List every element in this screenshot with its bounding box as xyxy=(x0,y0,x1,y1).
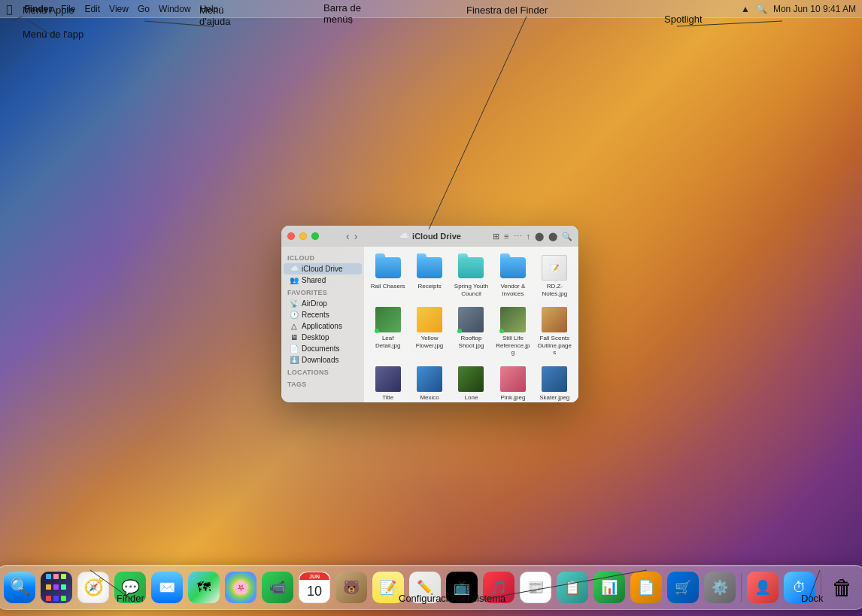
list-view-icon[interactable]: ≡ xyxy=(504,232,508,241)
dock-item-system-settings[interactable]: ⚙️ xyxy=(703,570,737,605)
window-menu[interactable]: Window xyxy=(159,4,191,14)
documents-icon: 📄 xyxy=(290,344,299,353)
view-icon[interactable]: ⊞ xyxy=(493,232,499,241)
dock-item-launchpad[interactable] xyxy=(39,570,74,605)
dock-item-calendar[interactable]: JUN 10 xyxy=(297,570,332,605)
list-item[interactable]: Rooftop Shoot.jpg xyxy=(452,303,490,360)
dock-item-safari[interactable]: 🧭 xyxy=(76,570,111,605)
sidebar-item-airdrop[interactable]: 📡 AirDrop xyxy=(284,298,362,309)
spotlight-line xyxy=(677,21,782,26)
finder-menu[interactable]: Finder xyxy=(24,4,52,14)
desktop:  Finder File Edit View Go Window Help ▲… xyxy=(0,0,862,616)
applications-label: Applications xyxy=(302,322,342,330)
menu-help-line xyxy=(144,21,211,26)
list-item[interactable]: Mexico City.jpeg xyxy=(410,363,448,402)
more-icon[interactable]: ⬤ xyxy=(548,232,557,241)
dock-item-maps[interactable]: 🗺 xyxy=(187,570,221,605)
help-menu[interactable]: Help xyxy=(200,4,219,14)
clock: Mon Jun 10 9:41 AM xyxy=(773,4,856,14)
list-item[interactable]: Spring Youth Council xyxy=(452,251,490,300)
applications-icon: △ xyxy=(290,322,299,330)
finder-sidebar: iCloud ☁️ iCloud Drive 👥 Shared Favorite… xyxy=(281,247,364,402)
dock-separator-2 xyxy=(821,573,821,602)
sidebar-item-applications[interactable]: △ Applications xyxy=(284,320,362,332)
list-item[interactable]: Fall Scents Outline.pages xyxy=(536,303,574,360)
dock-item-screentime[interactable]: ⏱ xyxy=(782,570,817,605)
list-item[interactable]: Yellow Flower.jpg xyxy=(410,303,448,360)
go-menu[interactable]: Go xyxy=(138,4,150,14)
close-button[interactable] xyxy=(287,232,295,240)
dock-separator xyxy=(741,573,742,602)
dock-item-cardhop[interactable]: 👤 xyxy=(745,570,780,605)
dock-container: 🔍 🧭 xyxy=(0,565,862,610)
list-item[interactable]: Vendor & Invoices xyxy=(493,251,532,300)
sidebar-item-downloads[interactable]: ⬇️ Downloads xyxy=(284,354,362,366)
list-item[interactable]: Skater.jpeg xyxy=(536,363,574,402)
action-icon[interactable]: ⋯ xyxy=(514,232,522,241)
sidebar-item-desktop[interactable]: 🖥 Desktop xyxy=(284,332,362,343)
finder-window-title: iCloud Drive xyxy=(412,232,461,241)
tag-icon[interactable]: ⬤ xyxy=(535,232,544,241)
apple-menu[interactable]:  xyxy=(6,3,12,15)
dock-item-finder[interactable]: 🔍 xyxy=(2,570,37,605)
desktop-label: Desktop xyxy=(302,333,329,341)
dock-item-notes[interactable]: 📝 xyxy=(371,570,405,605)
edit-menu[interactable]: Edit xyxy=(84,4,100,14)
view-menu[interactable]: View xyxy=(109,4,129,14)
dock-item-pastebot[interactable]: 📋 xyxy=(555,570,590,605)
list-item[interactable]: 📝 RD.Z-Notes.jpg xyxy=(536,251,574,300)
menubar:  Finder File Edit View Go Window Help ▲… xyxy=(0,0,862,18)
maximize-button[interactable] xyxy=(311,232,319,240)
shared-label: Shared xyxy=(302,276,326,284)
list-item[interactable]: Leaf Detail.jpg xyxy=(369,303,407,360)
shared-icon: 👥 xyxy=(290,276,299,284)
list-item[interactable]: Title Cover.jpg xyxy=(369,363,407,402)
dock-item-appletv[interactable]: 📺 xyxy=(445,570,479,605)
sidebar-item-documents[interactable]: 📄 Documents xyxy=(284,343,362,354)
dock-item-photos[interactable]: 🌸 xyxy=(223,570,258,605)
cloud-icon: ☁️ xyxy=(399,232,409,241)
dock-item-freeform[interactable]: ✏️ xyxy=(408,570,442,605)
tags-section-header: Tags xyxy=(281,378,364,390)
favorites-section-header: Favorites xyxy=(281,286,364,298)
dock-item-trash[interactable]: 🗑 xyxy=(825,570,860,605)
list-item[interactable]: Still Life Reference.jpg xyxy=(493,303,532,360)
spotlight-icon[interactable]: 🔍 xyxy=(756,4,767,14)
wifi-icon: ▲ xyxy=(741,4,750,14)
list-item[interactable]: Pink.jpeg xyxy=(493,363,532,402)
list-item[interactable]: Receipts xyxy=(410,251,448,300)
dock-item-music[interactable]: 🎵 xyxy=(481,570,516,605)
back-button[interactable]: ‹ xyxy=(344,230,351,242)
file-menu[interactable]: File xyxy=(61,4,75,14)
finder-window: ‹ › ☁️ iCloud Drive ⊞ ≡ ⋯ ↑ ⬤ ⬤ 🔍 iCloud xyxy=(281,226,578,402)
sidebar-item-icloudrive[interactable]: ☁️ iCloud Drive xyxy=(284,263,362,275)
list-item[interactable]: Rail Chasers xyxy=(369,251,407,300)
downloads-label: Downloads xyxy=(302,356,338,364)
finder-window-line xyxy=(429,17,527,229)
dock-item-numbers[interactable]: 📊 xyxy=(592,570,627,605)
minimize-button[interactable] xyxy=(299,232,307,240)
search-icon[interactable]: 🔍 xyxy=(562,232,572,241)
finder-content: Rail Chasers Receipts Spring Youth Counc… xyxy=(364,247,578,402)
menu-app-line xyxy=(29,21,56,38)
dock-item-mail[interactable]: ✉️ xyxy=(150,570,184,605)
locations-section-header: Locations xyxy=(281,366,364,378)
dock-item-messages[interactable]: 💬 xyxy=(113,570,147,605)
downloads-icon: ⬇️ xyxy=(290,356,299,364)
sidebar-item-recents[interactable]: 🕐 Recents xyxy=(284,309,362,320)
dock-item-facetime[interactable]: 📹 xyxy=(260,570,295,605)
dock-item-pages[interactable]: 📄 xyxy=(629,570,663,605)
dock: 🔍 🧭 xyxy=(0,565,862,610)
dock-item-news[interactable]: 📰 xyxy=(518,570,553,605)
share-icon[interactable]: ↑ xyxy=(527,232,531,241)
dock-item-appstore[interactable]: 🛒 xyxy=(666,570,700,605)
recents-icon: 🕐 xyxy=(290,311,299,319)
icloud-section-header: iCloud xyxy=(281,251,364,263)
forward-button[interactable]: › xyxy=(353,230,360,242)
documents-label: Documents xyxy=(302,344,340,353)
icloud-drive-label: iCloud Drive xyxy=(302,265,342,273)
finder-file-grid: Rail Chasers Receipts Spring Youth Counc… xyxy=(369,251,574,402)
sidebar-item-shared[interactable]: 👥 Shared xyxy=(284,275,362,286)
list-item[interactable]: Lone Pine.jpeg xyxy=(452,363,490,402)
dock-item-bear[interactable]: 🐻 xyxy=(334,570,369,605)
